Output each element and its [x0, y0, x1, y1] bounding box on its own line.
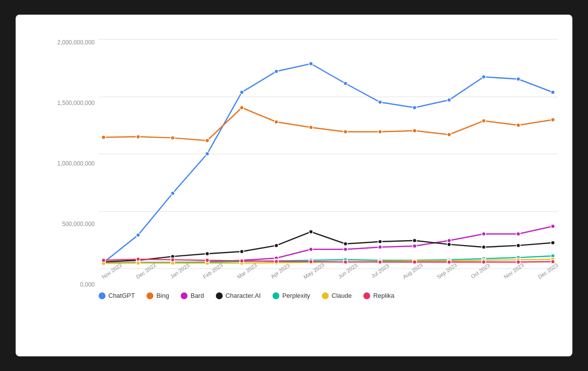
series-dot-bing — [274, 120, 278, 124]
series-dot-characterai — [413, 239, 417, 243]
x-axis: Nov 2022Dec 2022Jan 2023Feb 2023Mar 2023… — [99, 268, 558, 288]
series-dot-bard — [482, 232, 485, 236]
legend-label: Replika — [373, 292, 394, 299]
series-dot-characterai — [205, 252, 209, 256]
chart-area: 2,000,000,0001,500,000,0001,000,000,0005… — [30, 39, 558, 288]
legend-label: ChatGPT — [108, 292, 135, 299]
series-dot-characterai — [447, 243, 451, 247]
series-dot-bing — [136, 135, 140, 139]
series-dot-bard — [447, 239, 451, 243]
series-dot-replika — [447, 260, 451, 264]
series-dot-bing — [240, 106, 244, 110]
series-dot-chatgpt — [447, 98, 451, 102]
series-dot-replika — [274, 260, 278, 264]
series-dot-chatgpt — [482, 75, 485, 79]
legend-dot — [216, 292, 223, 299]
series-dot-chatgpt — [343, 82, 347, 85]
y-axis-label: 500,000,000 — [30, 221, 99, 227]
legend-item-perplexity: Perplexity — [273, 292, 310, 299]
chart-container: 2,000,000,0001,500,000,0001,000,000,0005… — [16, 15, 572, 356]
series-dot-bing — [205, 139, 209, 143]
series-dot-characterai — [516, 244, 520, 247]
series-dot-replika — [378, 260, 382, 264]
series-dot-replika — [309, 260, 313, 264]
legend-item-chatgpt: ChatGPT — [99, 292, 135, 299]
series-dot-bard — [343, 247, 347, 251]
series-dot-chatgpt — [171, 191, 175, 195]
legend-item-characterai: Character.AI — [216, 292, 261, 299]
series-dot-chatgpt — [274, 69, 278, 73]
series-dot-replika — [171, 258, 175, 262]
series-dot-replika — [343, 260, 347, 264]
legend-dot — [363, 292, 370, 299]
series-dot-chatgpt — [309, 62, 313, 66]
legend-label: Bard — [190, 292, 204, 299]
legend-label: Bing — [156, 292, 169, 299]
plot-area — [99, 39, 558, 268]
series-dot-replika — [205, 258, 209, 262]
series-dot-bing — [171, 136, 175, 140]
series-dot-bard — [551, 225, 555, 228]
series-dot-bing — [378, 130, 382, 134]
series-dot-bing — [551, 118, 555, 122]
legend: ChatGPTBingBardCharacter.AIPerplexityCla… — [30, 292, 558, 299]
y-axis-label: 1,500,000,000 — [30, 100, 99, 106]
series-dot-bing — [309, 125, 313, 129]
y-axis-label: 2,000,000,000 — [30, 39, 99, 46]
legend-item-claude: Claude — [322, 292, 352, 299]
series-dot-characterai — [482, 245, 485, 249]
legend-dot — [273, 292, 279, 299]
legend-dot — [322, 292, 329, 299]
series-dot-replika — [413, 260, 417, 264]
legend-dot — [99, 292, 105, 299]
series-dot-bing — [343, 130, 347, 134]
series-dot-chatgpt — [551, 90, 555, 94]
series-dot-bard — [516, 232, 520, 236]
series-dot-chatgpt — [378, 100, 382, 104]
legend-label: Claude — [332, 292, 352, 299]
series-dot-replika — [240, 259, 244, 263]
legend-dot — [181, 292, 188, 299]
legend-item-bard: Bard — [181, 292, 204, 299]
series-dot-bing — [102, 135, 105, 139]
legend-item-bing: Bing — [147, 292, 169, 299]
series-dot-characterai — [343, 242, 347, 246]
series-dot-characterai — [240, 249, 244, 253]
series-dot-claude — [136, 261, 140, 265]
legend-item-replika: Replika — [363, 292, 394, 299]
series-dot-bing — [413, 129, 417, 133]
series-dot-chatgpt — [413, 106, 417, 110]
y-axis: 2,000,000,0001,500,000,0001,000,000,0005… — [30, 39, 99, 288]
series-dot-characterai — [274, 244, 278, 247]
series-dot-bard — [309, 247, 313, 251]
series-dot-characterai — [551, 241, 555, 245]
y-axis-label: 1,000,000,000 — [30, 160, 99, 167]
legend-dot — [147, 292, 153, 299]
series-dot-bard — [413, 244, 417, 248]
series-line-bing — [104, 108, 553, 141]
chart-svg — [99, 39, 558, 268]
series-dot-chatgpt — [516, 77, 520, 81]
series-dot-bing — [516, 124, 520, 127]
series-dot-bing — [482, 119, 485, 123]
series-dot-replika — [102, 258, 105, 262]
series-dot-characterai — [378, 240, 382, 244]
legend-label: Perplexity — [282, 292, 310, 299]
series-dot-bard — [378, 245, 382, 249]
series-dot-chatgpt — [240, 90, 244, 94]
legend-label: Character.AI — [226, 292, 261, 299]
series-dot-chatgpt — [136, 233, 140, 237]
series-dot-chatgpt — [205, 152, 209, 156]
series-dot-replika — [136, 257, 140, 261]
series-dot-characterai — [309, 230, 313, 234]
series-dot-bing — [447, 133, 451, 137]
y-axis-label: 0,000 — [30, 281, 99, 288]
